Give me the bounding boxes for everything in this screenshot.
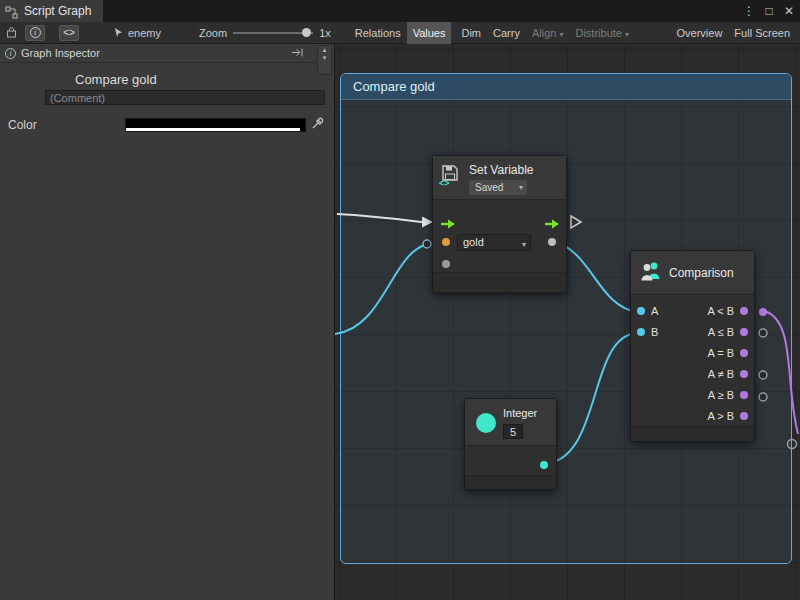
chevron-down-icon: ▾ xyxy=(625,30,629,39)
setvar-left-port[interactable] xyxy=(423,240,431,248)
graph-title: Compare gold xyxy=(75,72,157,87)
chevron-down-icon: ▾ xyxy=(559,30,563,39)
code-view-button[interactable]: <> xyxy=(59,25,79,41)
inspector-header-label: Graph Inspector xyxy=(21,47,100,59)
cmp-greaterequal-ext-port[interactable] xyxy=(759,393,767,401)
color-swatch[interactable] xyxy=(125,118,306,132)
node-set-variable[interactable]: <> Set Variable Saved ▾ gold ▾ xyxy=(432,155,567,293)
output-lessequal-port[interactable] xyxy=(740,328,748,336)
variable-name-dropdown[interactable]: gold ▾ xyxy=(457,234,531,251)
comparison-header[interactable]: Comparison xyxy=(631,251,754,295)
input-a-port[interactable] xyxy=(637,307,645,315)
integer-output-port[interactable] xyxy=(540,461,548,469)
inspector-header: i Graph Inspector ▲ ▼ xyxy=(0,44,334,63)
input-b-port[interactable] xyxy=(637,328,645,336)
comparison-icon xyxy=(639,260,663,286)
value-wire-left xyxy=(335,245,425,334)
lock-icon[interactable] xyxy=(6,26,17,40)
graph-inspector-panel: i Graph Inspector ▲ ▼ Compare gold Color xyxy=(0,44,335,600)
comparison-row: A A < B xyxy=(631,301,754,322)
info-icon: i xyxy=(5,48,16,59)
output-less-port[interactable] xyxy=(740,307,748,315)
carry-button[interactable]: Carry xyxy=(487,22,526,44)
integer-icon xyxy=(476,413,496,433)
output-label: A ≠ B xyxy=(708,368,734,380)
color-label: Color xyxy=(8,118,37,132)
window-menu-icon[interactable]: ⋮ xyxy=(742,4,756,18)
comparison-row: B A ≤ B xyxy=(631,322,754,343)
dim-button[interactable]: Dim xyxy=(455,22,487,44)
values-button[interactable]: Values xyxy=(407,22,452,44)
eyedropper-icon[interactable] xyxy=(311,116,324,134)
inspector-toggle-button[interactable]: i xyxy=(25,25,45,41)
maximize-icon[interactable]: □ xyxy=(762,4,776,18)
output-greaterequal-port[interactable] xyxy=(740,391,748,399)
flow-wire xyxy=(337,214,422,222)
close-icon[interactable]: ✕ xyxy=(782,4,796,18)
value-port[interactable] xyxy=(442,260,450,268)
output-greater-port[interactable] xyxy=(740,412,748,420)
chevron-down-icon: ▾ xyxy=(519,180,523,195)
output-notequal-port[interactable] xyxy=(740,370,748,378)
scroll-stepper[interactable]: ▲ ▼ xyxy=(317,45,332,75)
cmp-notequal-ext-port[interactable] xyxy=(759,371,767,379)
relations-button[interactable]: Relations xyxy=(349,22,407,44)
cmp-lessequal-ext-port[interactable] xyxy=(759,329,767,337)
variable-kind-dropdown[interactable]: Saved ▾ xyxy=(469,180,527,195)
zoom-slider-handle[interactable] xyxy=(302,28,311,37)
name-port[interactable] xyxy=(442,238,450,246)
owner-name: enemy xyxy=(128,27,161,39)
tab-script-graph[interactable]: Script Graph xyxy=(0,0,103,22)
comparison-row: A ≠ B xyxy=(631,364,754,385)
integer-header[interactable]: Integer 5 xyxy=(465,399,556,446)
setvar-header[interactable]: <> Set Variable Saved ▾ xyxy=(433,156,566,200)
setvar-title: Set Variable xyxy=(469,163,533,177)
setvar-output-port[interactable] xyxy=(548,238,556,246)
node-integer[interactable]: Integer 5 xyxy=(464,398,557,490)
overview-button[interactable]: Overview xyxy=(671,22,729,44)
setvar-footer xyxy=(433,272,566,292)
graph-owner[interactable]: enemy xyxy=(113,27,161,39)
node-comparison[interactable]: Comparison A A < B B A ≤ B A = B A ≠ B xyxy=(630,250,755,442)
comparison-row: A > B xyxy=(631,406,754,427)
offscreen-port[interactable] xyxy=(788,440,797,449)
distribute-label: Distribute xyxy=(575,27,621,39)
variable-badge-icon: <> xyxy=(439,178,450,188)
input-b-label: B xyxy=(651,326,658,338)
comparison-title: Comparison xyxy=(669,266,734,280)
value-wire-b xyxy=(543,333,637,464)
output-label: A < B xyxy=(707,305,734,317)
comparison-row: A = B xyxy=(631,343,754,364)
alpha-bar xyxy=(126,128,300,131)
graph-canvas[interactable]: Compare gold <> Set Variable xyxy=(335,44,800,600)
integer-title: Integer xyxy=(503,407,537,419)
flow-out-port[interactable] xyxy=(571,216,581,228)
input-a-label: A xyxy=(651,305,658,317)
flow-in-arrow[interactable] xyxy=(441,216,456,234)
code-icon: <> xyxy=(63,27,75,38)
comment-input[interactable] xyxy=(45,90,325,105)
scroll-down-icon[interactable]: ▼ xyxy=(322,54,328,62)
output-equal-port[interactable] xyxy=(740,349,748,357)
output-label: A ≥ B xyxy=(708,389,734,401)
integer-value-field[interactable]: 5 xyxy=(503,424,523,439)
dock-icon[interactable] xyxy=(291,47,304,60)
flow-out-arrow[interactable] xyxy=(545,216,560,234)
comparison-footer xyxy=(631,426,754,441)
bool-wire xyxy=(767,312,798,434)
title-bar: Script Graph ⋮ □ ✕ xyxy=(0,0,800,22)
owner-icon xyxy=(113,27,124,38)
scroll-up-icon[interactable]: ▲ xyxy=(322,46,328,54)
output-label: A = B xyxy=(707,347,734,359)
zoom-slider[interactable] xyxy=(233,22,313,44)
align-dropdown[interactable]: Align ▾ xyxy=(526,22,570,44)
output-label: A ≤ B xyxy=(708,326,734,338)
zoom-value: 1x xyxy=(313,22,337,44)
align-label: Align xyxy=(532,27,556,39)
fullscreen-button[interactable]: Full Screen xyxy=(728,22,796,44)
variable-kind-value: Saved xyxy=(475,182,503,193)
comparison-row: A ≥ B xyxy=(631,385,754,406)
cmp-less-ext-port[interactable] xyxy=(759,308,767,316)
distribute-dropdown[interactable]: Distribute ▾ xyxy=(569,22,635,44)
graph-toolbar: i <> enemy Zoom 1x Relations Values Dim … xyxy=(0,22,800,44)
